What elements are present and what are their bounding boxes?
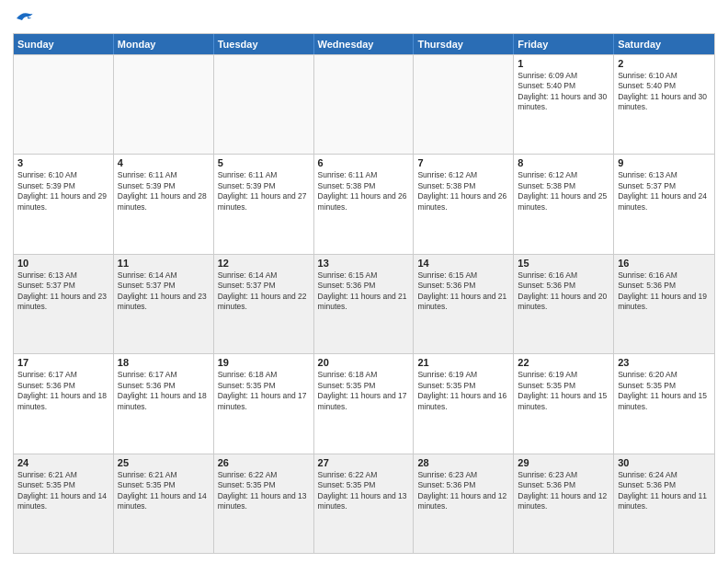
weekday-header-saturday: Saturday [614,34,714,54]
calendar-body: 1Sunrise: 6:09 AMSunset: 5:40 PMDaylight… [14,54,714,553]
calendar-cell-21: 21Sunrise: 6:19 AMSunset: 5:35 PMDayligh… [414,354,514,453]
day-info: Sunrise: 6:24 AMSunset: 5:36 PMDaylight:… [618,470,711,512]
day-info: Sunrise: 6:11 AMSunset: 5:38 PMDaylight:… [318,170,410,213]
day-info: Sunrise: 6:23 AMSunset: 5:36 PMDaylight:… [518,470,609,512]
calendar-cell-13: 13Sunrise: 6:15 AMSunset: 5:36 PMDayligh… [314,255,415,353]
day-info: Sunrise: 6:09 AMSunset: 5:40 PMDaylight:… [518,71,609,113]
day-info: Sunrise: 6:16 AMSunset: 5:36 PMDaylight:… [618,270,711,313]
day-info: Sunrise: 6:20 AMSunset: 5:35 PMDaylight:… [618,370,711,412]
calendar-cell-18: 18Sunrise: 6:17 AMSunset: 5:36 PMDayligh… [114,354,214,453]
day-number: 13 [318,258,410,269]
day-info: Sunrise: 6:23 AMSunset: 5:36 PMDaylight:… [417,470,509,512]
day-info: Sunrise: 6:10 AMSunset: 5:39 PMDaylight:… [17,170,109,213]
day-number: 19 [218,357,310,368]
calendar-cell-20: 20Sunrise: 6:18 AMSunset: 5:35 PMDayligh… [314,354,415,453]
weekday-header-tuesday: Tuesday [214,34,314,54]
day-info: Sunrise: 6:16 AMSunset: 5:36 PMDaylight:… [518,270,609,313]
day-number: 9 [618,157,711,168]
calendar-cell-4: 4Sunrise: 6:11 AMSunset: 5:39 PMDaylight… [114,155,214,253]
day-info: Sunrise: 6:21 AMSunset: 5:35 PMDaylight:… [17,470,109,512]
day-info: Sunrise: 6:14 AMSunset: 5:37 PMDaylight:… [118,270,210,313]
calendar-cell-5: 5Sunrise: 6:11 AMSunset: 5:39 PMDaylight… [214,155,314,253]
day-number: 27 [318,457,410,468]
day-number: 5 [218,157,310,168]
day-info: Sunrise: 6:11 AMSunset: 5:39 PMDaylight:… [118,170,210,213]
calendar-row-2: 10Sunrise: 6:13 AMSunset: 5:37 PMDayligh… [14,254,714,353]
calendar-cell-empty-1 [114,55,214,154]
day-number: 20 [318,357,410,368]
calendar-cell-empty-2 [214,55,314,154]
calendar-row-4: 24Sunrise: 6:21 AMSunset: 5:35 PMDayligh… [14,454,714,553]
day-info: Sunrise: 6:17 AMSunset: 5:36 PMDaylight:… [118,370,210,412]
calendar-cell-25: 25Sunrise: 6:21 AMSunset: 5:35 PMDayligh… [114,454,214,553]
calendar-cell-8: 8Sunrise: 6:12 AMSunset: 5:38 PMDaylight… [514,155,614,253]
calendar-cell-14: 14Sunrise: 6:15 AMSunset: 5:36 PMDayligh… [414,255,514,353]
calendar-cell-6: 6Sunrise: 6:11 AMSunset: 5:38 PMDaylight… [314,155,415,253]
calendar-cell-17: 17Sunrise: 6:17 AMSunset: 5:36 PMDayligh… [14,354,114,453]
weekday-header-friday: Friday [514,34,614,54]
calendar-cell-28: 28Sunrise: 6:23 AMSunset: 5:36 PMDayligh… [414,454,514,553]
day-number: 29 [518,457,609,468]
calendar-cell-empty-3 [314,55,415,154]
day-number: 6 [318,157,410,168]
weekday-header-sunday: Sunday [14,34,114,54]
calendar-cell-19: 19Sunrise: 6:18 AMSunset: 5:35 PMDayligh… [214,354,314,453]
day-info: Sunrise: 6:19 AMSunset: 5:35 PMDaylight:… [518,370,609,412]
calendar-cell-29: 29Sunrise: 6:23 AMSunset: 5:36 PMDayligh… [514,454,614,553]
calendar-cell-26: 26Sunrise: 6:22 AMSunset: 5:35 PMDayligh… [214,454,314,553]
day-number: 21 [417,357,509,368]
calendar-row-1: 3Sunrise: 6:10 AMSunset: 5:39 PMDaylight… [14,154,714,253]
day-number: 23 [618,357,711,368]
day-number: 2 [618,58,711,69]
calendar-cell-2: 2Sunrise: 6:10 AMSunset: 5:40 PMDaylight… [614,55,714,154]
calendar-row-3: 17Sunrise: 6:17 AMSunset: 5:36 PMDayligh… [14,353,714,453]
calendar-header: SundayMondayTuesdayWednesdayThursdayFrid… [14,34,714,54]
calendar-cell-27: 27Sunrise: 6:22 AMSunset: 5:35 PMDayligh… [314,454,415,553]
day-number: 24 [17,457,109,468]
day-number: 1 [518,58,609,69]
day-number: 11 [118,258,210,269]
day-info: Sunrise: 6:13 AMSunset: 5:37 PMDaylight:… [618,170,711,213]
day-info: Sunrise: 6:21 AMSunset: 5:35 PMDaylight:… [118,470,210,512]
calendar-cell-1: 1Sunrise: 6:09 AMSunset: 5:40 PMDaylight… [514,55,614,154]
day-number: 4 [118,157,210,168]
day-number: 28 [417,457,509,468]
calendar-cell-23: 23Sunrise: 6:20 AMSunset: 5:35 PMDayligh… [614,354,714,453]
logo-bird-icon [15,9,35,26]
day-info: Sunrise: 6:15 AMSunset: 5:36 PMDaylight:… [417,270,509,313]
day-info: Sunrise: 6:12 AMSunset: 5:38 PMDaylight:… [518,170,609,213]
logo-text [13,9,35,26]
weekday-header-monday: Monday [114,34,214,54]
day-number: 3 [17,157,109,168]
logo [13,9,35,26]
day-number: 22 [518,357,609,368]
day-number: 17 [17,357,109,368]
day-info: Sunrise: 6:18 AMSunset: 5:35 PMDaylight:… [318,370,410,412]
day-info: Sunrise: 6:11 AMSunset: 5:39 PMDaylight:… [218,170,310,213]
day-info: Sunrise: 6:13 AMSunset: 5:37 PMDaylight:… [17,270,109,313]
calendar-cell-empty-4 [414,55,514,154]
day-info: Sunrise: 6:19 AMSunset: 5:35 PMDaylight:… [417,370,509,412]
calendar: SundayMondayTuesdayWednesdayThursdayFrid… [13,33,715,554]
calendar-cell-7: 7Sunrise: 6:12 AMSunset: 5:38 PMDaylight… [414,155,514,253]
day-number: 12 [218,258,310,269]
calendar-row-0: 1Sunrise: 6:09 AMSunset: 5:40 PMDaylight… [14,54,714,154]
calendar-cell-22: 22Sunrise: 6:19 AMSunset: 5:35 PMDayligh… [514,354,614,453]
day-info: Sunrise: 6:14 AMSunset: 5:37 PMDaylight:… [218,270,310,313]
day-info: Sunrise: 6:22 AMSunset: 5:35 PMDaylight:… [218,470,310,512]
calendar-cell-10: 10Sunrise: 6:13 AMSunset: 5:37 PMDayligh… [14,255,114,353]
weekday-header-thursday: Thursday [414,34,514,54]
calendar-cell-3: 3Sunrise: 6:10 AMSunset: 5:39 PMDaylight… [14,155,114,253]
page: SundayMondayTuesdayWednesdayThursdayFrid… [0,0,728,563]
day-info: Sunrise: 6:18 AMSunset: 5:35 PMDaylight:… [218,370,310,412]
calendar-cell-24: 24Sunrise: 6:21 AMSunset: 5:35 PMDayligh… [14,454,114,553]
calendar-cell-12: 12Sunrise: 6:14 AMSunset: 5:37 PMDayligh… [214,255,314,353]
calendar-cell-11: 11Sunrise: 6:14 AMSunset: 5:37 PMDayligh… [114,255,214,353]
day-info: Sunrise: 6:22 AMSunset: 5:35 PMDaylight:… [318,470,410,512]
day-info: Sunrise: 6:17 AMSunset: 5:36 PMDaylight:… [17,370,109,412]
calendar-cell-30: 30Sunrise: 6:24 AMSunset: 5:36 PMDayligh… [614,454,714,553]
day-info: Sunrise: 6:15 AMSunset: 5:36 PMDaylight:… [318,270,410,313]
day-number: 16 [618,258,711,269]
weekday-header-wednesday: Wednesday [314,34,415,54]
day-number: 10 [17,258,109,269]
